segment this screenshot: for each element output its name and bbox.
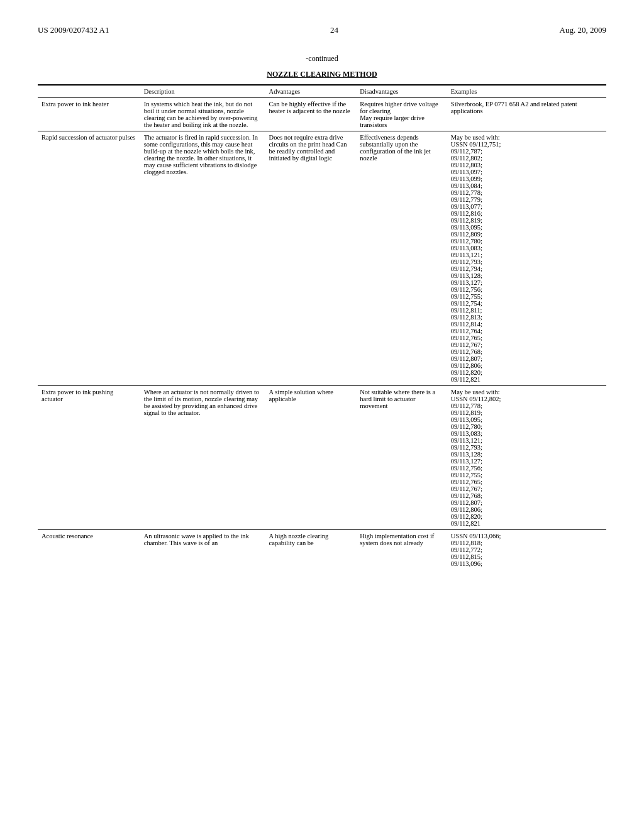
row-examples: May be used with: USSN 09/112,751; 09/11… xyxy=(447,131,606,386)
row-advantages: Does not require extra drive circuits on… xyxy=(265,131,357,386)
table-title: NOZZLE CLEARING METHOD xyxy=(38,70,606,79)
row-disadvantages: Effectiveness depends substantially upon… xyxy=(356,131,447,386)
row-description: Where an actuator is not normally driven… xyxy=(140,386,265,530)
row-description: In systems which heat the ink, but do no… xyxy=(140,98,265,131)
patent-number: US 2009/0207432 A1 xyxy=(38,25,109,35)
col-header-2: Description xyxy=(140,85,265,98)
col-header-4: Disadvantages xyxy=(356,85,447,98)
row-examples: May be used with: USSN 09/112,802; 09/11… xyxy=(447,386,606,530)
row-disadvantages: Not suitable where there is a hard limit… xyxy=(356,386,447,530)
row-disadvantages: Requires higher drive voltage for cleari… xyxy=(356,98,447,131)
row-examples: USSN 09/113,066; 09/112,818; 09/112,772;… xyxy=(447,530,606,570)
col-header-3: Advantages xyxy=(265,85,357,98)
row-label: Extra power to ink heater xyxy=(38,98,140,131)
row-advantages: Can be highly effective if the heater is… xyxy=(265,98,357,131)
page-number: 24 xyxy=(109,25,559,35)
row-advantages: A simple solution where applicable xyxy=(265,386,357,530)
row-label: Acoustic resonance xyxy=(38,530,140,570)
row-examples: Silverbrook, EP 0771 658 A2 and related … xyxy=(447,98,606,131)
row-label: Rapid succession of actuator pulses xyxy=(38,131,140,386)
row-label: Extra power to ink pushing actuator xyxy=(38,386,140,530)
continued-label: -continued xyxy=(38,54,606,64)
col-header-1 xyxy=(38,85,140,98)
table-row: Extra power to ink pushing actuatorWhere… xyxy=(38,386,606,530)
row-description: An ultrasonic wave is applied to the ink… xyxy=(140,530,265,570)
col-header-5: Examples xyxy=(447,85,606,98)
table-row: Rapid succession of actuator pulsesThe a… xyxy=(38,131,606,386)
patent-date: Aug. 20, 2009 xyxy=(560,25,606,35)
table-row: Extra power to ink heaterIn systems whic… xyxy=(38,98,606,131)
nozzle-clearing-table: Description Advantages Disadvantages Exa… xyxy=(38,84,606,570)
table-row: Acoustic resonanceAn ultrasonic wave is … xyxy=(38,530,606,570)
row-disadvantages: High implementation cost if system does … xyxy=(356,530,447,570)
row-description: The actuator is fired in rapid successio… xyxy=(140,131,265,386)
row-advantages: A high nozzle clearing capability can be xyxy=(265,530,357,570)
